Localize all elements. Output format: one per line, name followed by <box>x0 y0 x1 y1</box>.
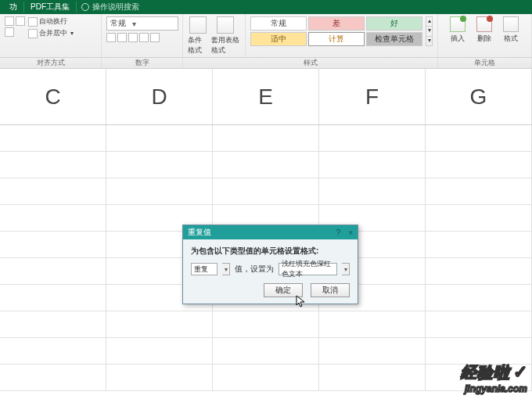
help-icon[interactable]: ? <box>336 228 341 237</box>
format-label: 格式 <box>504 34 518 44</box>
number-group-label: 数字 <box>102 58 183 68</box>
style-neutral[interactable]: 适中 <box>250 32 307 46</box>
table-format-label: 套用表格格式 <box>211 35 240 56</box>
group-format-buttons: 条件格式 套用表格格式 <box>183 14 246 57</box>
currency-icon[interactable] <box>106 33 116 42</box>
scroll-down-icon[interactable]: ▾ <box>426 26 432 35</box>
number-format-value: 常规 <box>110 18 126 29</box>
ribbon-group-labels: 对齐方式 数字 样式 单元格 <box>0 58 532 69</box>
tell-me-search[interactable]: 操作说明搜索 <box>81 2 139 13</box>
col-header-f[interactable]: F <box>319 69 426 124</box>
merge-center-button[interactable]: 合并居中▾ <box>28 28 74 38</box>
column-headers: C D E F G <box>0 69 532 125</box>
decrease-decimal-icon[interactable] <box>150 33 160 42</box>
merge-icon <box>28 29 38 38</box>
format-button[interactable]: 格式 <box>501 16 521 44</box>
merge-label: 合并居中 <box>39 28 67 38</box>
orientation-icon[interactable] <box>5 27 14 37</box>
watermark: 经验啦 ✓ jingyanla.com <box>461 362 527 394</box>
percent-icon[interactable] <box>117 33 127 42</box>
wrap-label: 自动换行 <box>39 16 67 27</box>
watermark-url: jingyanla.com <box>461 383 527 394</box>
mouse-cursor-icon <box>296 295 307 309</box>
col-header-d[interactable]: D <box>106 69 213 124</box>
wrap-text-button[interactable]: 自动换行 <box>28 16 74 27</box>
col-header-g[interactable]: G <box>426 69 532 124</box>
style-bad[interactable]: 差 <box>308 16 365 31</box>
conditional-format-button[interactable]: 条件格式 <box>188 16 208 56</box>
format-icon <box>503 16 519 32</box>
more-styles-icon[interactable]: ▾ <box>426 36 432 45</box>
group-number: 常规 ▾ <box>102 14 183 57</box>
format-style-value: 浅红填充色深红色文本 <box>282 259 334 279</box>
chevron-down-icon[interactable]: ▾ <box>342 263 350 275</box>
styles-gallery[interactable]: 常规 差 好 适中 计算 检查单元格 <box>250 16 422 46</box>
dialog-body: 为包含以下类型值的单元格设置格式: 重复 ▾ 值，设置为 浅红填充色深红色文本 … <box>183 239 358 304</box>
ribbon: 自动换行 合并居中▾ 常规 ▾ <box>0 14 532 58</box>
tab-features[interactable]: 功 <box>3 2 23 13</box>
cancel-button[interactable]: 取消 <box>311 283 350 297</box>
table-format-button[interactable]: 套用表格格式 <box>211 16 240 56</box>
group-styles: 常规 差 好 适中 计算 检查单元格 ▴ ▾ ▾ <box>246 14 438 57</box>
styles-group-label: 样式 <box>183 58 438 68</box>
number-format-combo[interactable]: 常规 ▾ <box>106 16 178 31</box>
group-alignment: 自动换行 合并居中▾ <box>0 14 102 57</box>
indent-buttons <box>5 16 25 37</box>
col-header-c[interactable]: C <box>0 69 106 124</box>
insert-button[interactable]: 插入 <box>448 16 468 44</box>
chevron-down-icon: ▾ <box>70 30 74 37</box>
duplicate-type-select[interactable]: 重复 <box>191 263 217 275</box>
style-check-cell[interactable]: 检查单元格 <box>366 32 422 46</box>
tab-separator <box>76 2 77 13</box>
watermark-text: 经验啦 <box>461 364 510 381</box>
dialog-titlebar[interactable]: 重复值 ? × <box>183 225 358 239</box>
conditional-format-label: 条件格式 <box>188 35 208 56</box>
value-prefix-label: 值，设置为 <box>235 264 274 275</box>
styles-scroll[interactable]: ▴ ▾ ▾ <box>426 16 433 46</box>
alignment-group-label: 对齐方式 <box>0 58 102 68</box>
bulb-icon <box>81 3 89 11</box>
delete-button[interactable]: 删除 <box>474 16 494 44</box>
tab-pdf-tools[interactable]: PDF工具集 <box>24 2 76 13</box>
format-style-select[interactable]: 浅红填充色深红色文本 <box>279 263 337 275</box>
dialog-heading: 为包含以下类型值的单元格设置格式: <box>191 246 350 257</box>
insert-icon <box>450 16 466 32</box>
style-good[interactable]: 好 <box>366 16 422 31</box>
wrap-icon <box>28 17 38 27</box>
scroll-up-icon[interactable]: ▴ <box>426 17 432 26</box>
decrease-indent-icon[interactable] <box>5 16 14 26</box>
comma-icon[interactable] <box>128 33 138 42</box>
increase-decimal-icon[interactable] <box>139 33 149 42</box>
insert-label: 插入 <box>451 34 465 44</box>
delete-label: 删除 <box>477 34 491 44</box>
cells-group-label: 单元格 <box>438 58 532 68</box>
style-calculation[interactable]: 计算 <box>308 32 365 46</box>
style-normal[interactable]: 常规 <box>250 16 307 31</box>
group-cells: 插入 删除 格式 <box>438 14 532 57</box>
conditional-format-icon <box>189 16 207 34</box>
checkmark-icon: ✓ <box>513 362 527 382</box>
duplicate-values-dialog: 重复值 ? × 为包含以下类型值的单元格设置格式: 重复 ▾ 值，设置为 浅红填… <box>182 225 358 304</box>
dialog-title: 重复值 <box>188 227 211 238</box>
search-placeholder: 操作说明搜索 <box>92 2 139 13</box>
col-header-e[interactable]: E <box>213 69 319 124</box>
close-icon[interactable]: × <box>348 228 353 237</box>
delete-icon <box>476 16 492 32</box>
window-tabs: 功 PDF工具集 操作说明搜索 <box>0 0 532 14</box>
chevron-down-icon[interactable]: ▾ <box>222 263 230 275</box>
table-format-icon <box>217 16 234 34</box>
chevron-down-icon: ▾ <box>129 20 138 28</box>
increase-indent-icon[interactable] <box>16 16 25 26</box>
